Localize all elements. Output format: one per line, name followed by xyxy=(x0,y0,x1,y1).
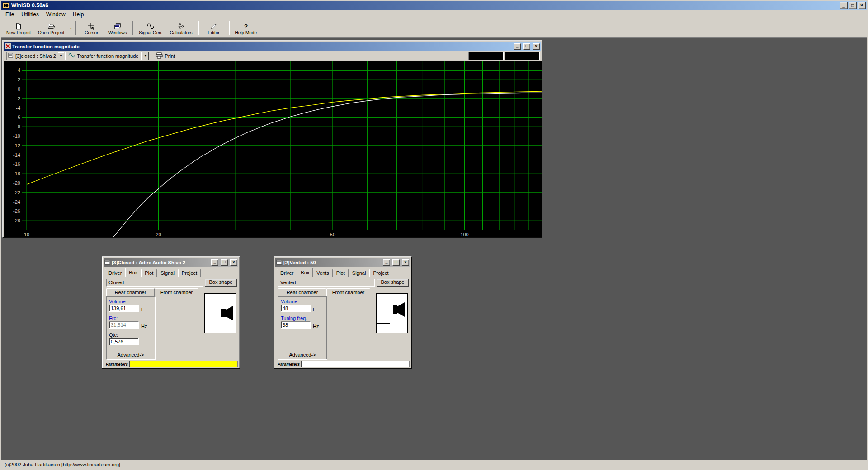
chevron-down-icon[interactable]: ▼ xyxy=(58,52,64,59)
app-icon[interactable] xyxy=(2,2,9,9)
y-tick-label: -26 xyxy=(13,208,20,214)
x-tick-label: 20 xyxy=(156,232,161,237)
box-type-field[interactable]: Vented xyxy=(278,279,375,287)
printer-icon xyxy=(156,52,163,60)
plot-window-icon[interactable] xyxy=(5,43,11,49)
box-window-icon[interactable] xyxy=(276,259,282,265)
menu-window[interactable]: Window xyxy=(42,10,69,19)
closed-box-window: [3]Closed : Adire Audio Shiva 2 _ □ × Dr… xyxy=(102,256,240,369)
y-tick-label: 2 xyxy=(18,77,20,82)
plot-window-title: Transfer function magnitude xyxy=(12,44,511,49)
tab-box[interactable]: Box xyxy=(125,268,141,277)
tab-signal[interactable]: Signal xyxy=(157,269,178,277)
tab-front-chamber[interactable]: Front chamber xyxy=(326,288,370,297)
toolbar-separator xyxy=(132,21,133,35)
vented-box-drawing xyxy=(377,294,407,333)
tab-signal[interactable]: Signal xyxy=(349,269,370,277)
editor-button[interactable]: Editor xyxy=(201,20,227,37)
vented-minimize-button[interactable]: _ xyxy=(383,259,390,266)
tuning-freq-input[interactable] xyxy=(281,321,311,329)
project-selector[interactable]: [3]closed : Shiva 2 ▼ xyxy=(6,52,66,60)
box-shape-button[interactable]: Box shape xyxy=(205,279,237,287)
vented-indicator xyxy=(302,361,410,367)
parameters-tab[interactable]: Parameters xyxy=(276,361,302,367)
advanced-button[interactable]: Advanced-> xyxy=(113,351,148,358)
tab-driver[interactable]: Driver xyxy=(277,269,297,277)
statusbar-text: (c)2002 Juha Hartikainen [http://www.lin… xyxy=(2,461,866,468)
project-selector-value: [3]closed : Shiva 2 xyxy=(14,53,58,59)
vented-maximize-button[interactable]: □ xyxy=(392,259,400,266)
plot-toolbar: [3]closed : Shiva 2 ▼ Transfer function … xyxy=(4,51,541,61)
print-button[interactable]: Print xyxy=(152,52,178,60)
volume-unit: l xyxy=(141,307,142,312)
plot-type-selector[interactable]: Transfer function magnitude xyxy=(67,52,142,60)
tab-front-chamber[interactable]: Front chamber xyxy=(155,288,198,297)
tab-rear-chamber[interactable]: Rear chamber xyxy=(106,288,155,297)
parameters-tab[interactable]: Parameters xyxy=(104,361,130,367)
tab-plot[interactable]: Plot xyxy=(333,269,349,277)
advanced-button[interactable]: Advanced-> xyxy=(285,351,320,358)
new-project-button[interactable]: New Project xyxy=(3,20,34,37)
menu-help[interactable]: Help xyxy=(69,10,88,19)
tuning-freq-label: Tuning freq. xyxy=(281,315,307,321)
toolbar-separator xyxy=(75,21,76,35)
vented-window-titlebar[interactable]: [2]Vented : 50 _ □ × xyxy=(275,258,410,267)
closed-minimize-button[interactable]: _ xyxy=(211,259,218,266)
frc-input[interactable] xyxy=(109,321,139,329)
menu-file[interactable]: File xyxy=(2,10,18,19)
frc-label: Frc: xyxy=(109,315,118,321)
plot-window-titlebar[interactable]: Transfer function magnitude _ □ × xyxy=(4,42,541,51)
closed-box-drawing xyxy=(205,294,236,333)
new-project-icon xyxy=(14,21,23,30)
closed-maximize-button[interactable]: □ xyxy=(221,259,228,266)
vented-box-window: [2]Vented : 50 _ □ × Driver Box Vents Pl… xyxy=(274,256,412,369)
tab-project[interactable]: Project xyxy=(178,269,201,277)
volume-input[interactable] xyxy=(109,305,139,312)
tab-plot[interactable]: Plot xyxy=(141,269,157,277)
plot-minimize-button[interactable]: _ xyxy=(514,43,521,50)
windows-button[interactable]: Windows xyxy=(104,20,131,37)
tab-box[interactable]: Box xyxy=(297,268,313,277)
menu-utilities[interactable]: Utilities xyxy=(18,10,42,19)
plot-close-button[interactable]: × xyxy=(533,43,540,50)
maximize-button[interactable]: □ xyxy=(849,2,857,9)
minimize-button[interactable]: _ xyxy=(840,2,848,9)
tab-driver[interactable]: Driver xyxy=(105,269,125,277)
x-tick-label: 50 xyxy=(330,232,335,237)
tab-rear-chamber[interactable]: Rear chamber xyxy=(278,288,326,297)
tab-vents[interactable]: Vents xyxy=(313,269,333,277)
closed-close-button[interactable]: × xyxy=(230,259,237,266)
plot-type-selector-value: Transfer function magnitude xyxy=(75,53,141,59)
box-shape-button[interactable]: Box shape xyxy=(377,279,409,287)
tab-project[interactable]: Project xyxy=(369,269,392,277)
plot-maximize-button[interactable]: □ xyxy=(523,43,530,50)
plot-window: Transfer function magnitude _ □ × [3]clo… xyxy=(2,40,542,238)
help-mode-button[interactable]: ? Help Mode xyxy=(231,20,260,37)
y-tick-label: -4 xyxy=(16,105,20,111)
chamber-tabs: Rear chamber Front chamber xyxy=(106,288,198,297)
main-titlebar[interactable]: WinISD 0.50a6 _ □ × xyxy=(1,1,867,10)
qtc-input[interactable] xyxy=(109,338,139,345)
closed-window-titlebar[interactable]: [3]Closed : Adire Audio Shiva 2 _ □ × xyxy=(104,258,238,267)
calculators-button[interactable]: Calculators xyxy=(166,20,196,37)
closed-indicator xyxy=(130,361,238,367)
vented-close-button[interactable]: × xyxy=(402,259,409,266)
box-type-field[interactable]: Closed xyxy=(106,279,203,287)
project-icon xyxy=(8,52,14,59)
box-window-icon[interactable] xyxy=(104,259,110,265)
open-project-dropdown[interactable]: ▼ xyxy=(68,20,74,37)
volume-input[interactable] xyxy=(281,305,311,312)
y-tick-label: -28 xyxy=(13,218,20,223)
y-tick-label: -20 xyxy=(13,180,20,186)
cursor-button[interactable]: Cursor xyxy=(78,20,104,37)
open-project-button[interactable]: Open Project xyxy=(34,20,68,37)
close-button[interactable]: × xyxy=(858,2,866,9)
y-tick-label: -10 xyxy=(13,133,20,139)
sine-wave-icon xyxy=(68,53,75,59)
transfer-function-chart: 420-2-4-6-8-10-12-14-16-18-20-22-24-26-2… xyxy=(4,61,542,237)
question-mark-icon: ? xyxy=(242,21,250,30)
vented-tabrow: Driver Box Vents Plot Signal Project xyxy=(276,267,409,277)
x-tick-label: 10 xyxy=(24,232,29,237)
signal-gen-button[interactable]: Signal Gen. xyxy=(135,20,166,37)
plot-type-dropdown[interactable]: ▼ xyxy=(142,52,149,60)
